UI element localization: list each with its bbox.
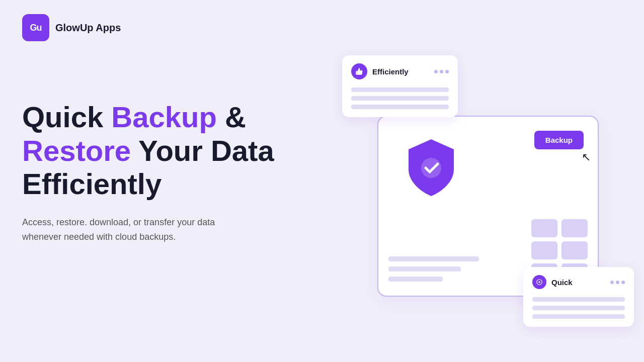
- float-card-quick: Quick: [523, 267, 634, 327]
- logo-box: Gu: [22, 14, 49, 41]
- main-line-2: [388, 266, 461, 272]
- main-line-1: [388, 256, 479, 261]
- svg-point-2: [538, 281, 540, 283]
- dot4: [610, 281, 614, 284]
- dot3: [445, 70, 449, 73]
- grid-box-2: [561, 219, 588, 237]
- cursor-icon: ↖: [582, 151, 591, 164]
- shield-container: [404, 137, 459, 199]
- quick-line-1: [532, 297, 625, 302]
- title-restore: Restore: [22, 134, 131, 167]
- float-card-quick-header: Quick: [532, 275, 625, 289]
- float-card-lines: [351, 87, 449, 109]
- float-card-header: Efficiently: [351, 63, 449, 79]
- float-card-quick-lines: [532, 297, 625, 319]
- hero-subtitle: Access, restore. download, or transfer y…: [22, 215, 244, 244]
- backup-button[interactable]: Backup: [534, 131, 584, 149]
- illustration: Efficiently Backup ↖: [342, 55, 634, 327]
- dot6: [621, 281, 625, 284]
- dot2: [440, 70, 443, 73]
- title-efficiently: Efficiently: [22, 167, 162, 200]
- float-line-3: [351, 105, 449, 109]
- dots-efficiently: [434, 70, 449, 73]
- float-line-2: [351, 96, 449, 101]
- float-card-title-efficiently: Efficiently: [372, 67, 429, 76]
- svg-point-0: [421, 158, 441, 178]
- main-line-3: [388, 277, 443, 282]
- grid-box-1: [531, 219, 557, 237]
- grid-box-3: [531, 241, 557, 259]
- dot5: [616, 281, 619, 284]
- quick-line-3: [532, 314, 625, 319]
- title-yourdata: Your Data: [131, 134, 274, 167]
- logo-letters: Gu: [30, 23, 42, 33]
- float-line-1: [351, 87, 449, 92]
- dots-quick: [610, 281, 625, 284]
- title-part1: Quick: [22, 101, 111, 133]
- header: Gu GlowUp Apps: [22, 14, 121, 41]
- float-card-title-quick: Quick: [551, 278, 605, 287]
- thumbs-up-icon: [351, 63, 367, 79]
- hero-content: Quick Backup & Restore Your Data Efficie…: [22, 101, 274, 244]
- float-card-efficiently: Efficiently: [342, 55, 458, 117]
- hero-title: Quick Backup & Restore Your Data Efficie…: [22, 101, 274, 201]
- title-backup: Backup: [111, 101, 217, 133]
- shield-icon: [404, 137, 459, 197]
- quick-line-2: [532, 306, 625, 310]
- main-card-lines: [388, 256, 479, 282]
- quick-icon: [532, 275, 546, 289]
- brand-name: GlowUp Apps: [55, 22, 121, 34]
- dot1: [434, 70, 438, 73]
- grid-box-4: [561, 241, 588, 259]
- title-part2: &: [217, 101, 246, 133]
